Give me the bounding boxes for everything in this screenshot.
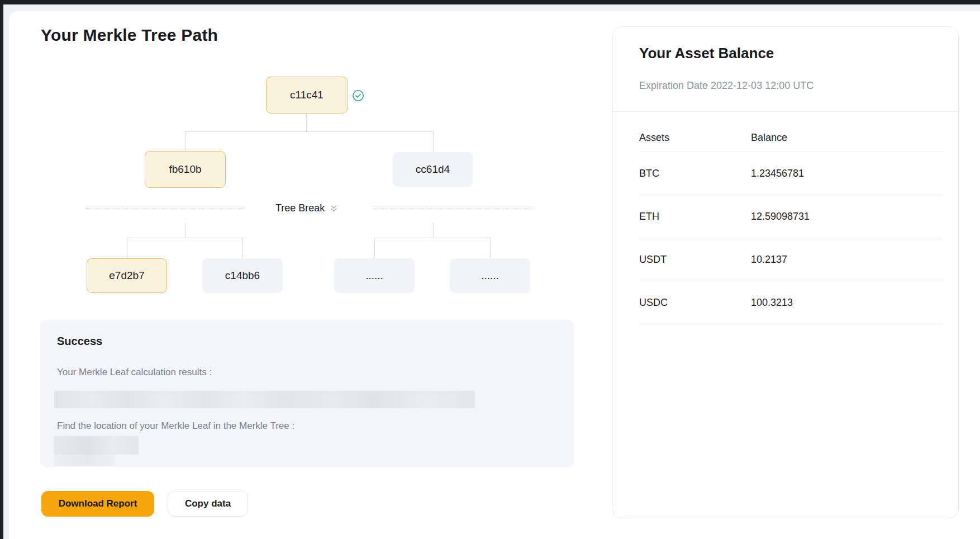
merkle-node-root-label: c11c41 <box>290 89 324 101</box>
merkle-node-level2-right: cc61d4 <box>393 152 473 187</box>
merkle-node-label: fb610b <box>169 163 201 176</box>
connector-line <box>127 238 242 238</box>
tree-break-dotted-line-right <box>374 206 532 209</box>
connector-line <box>127 238 127 258</box>
merkle-node-label: e7d2b7 <box>109 270 144 282</box>
merkle-node-label: cc61d4 <box>416 163 450 176</box>
redacted-leaf-location <box>54 436 139 455</box>
redacted-calculation-hash <box>54 391 475 408</box>
connector-line <box>374 238 375 258</box>
merkle-node-label: ...... <box>481 270 499 282</box>
asset-table-header: Assets Balance <box>639 124 944 152</box>
merkle-node-ellipsis: ...... <box>450 258 530 293</box>
balance-column-header: Balance <box>751 132 944 144</box>
asset-name: USDC <box>639 297 751 309</box>
verified-check-icon <box>352 89 364 102</box>
asset-balance-value: 10.2137 <box>751 254 944 266</box>
connector-line <box>185 131 433 132</box>
asset-table: Assets Balance BTC 1.23456781 ETH 12.590… <box>639 124 944 324</box>
asset-name: ETH <box>639 211 751 223</box>
tree-break-dotted-line-left <box>85 206 244 209</box>
table-row: BTC 1.23456781 <box>639 152 944 195</box>
tree-break: Tree Break <box>275 202 339 214</box>
connector-line <box>433 131 434 152</box>
asset-balance-title: Your Asset Balance <box>639 45 774 62</box>
connector-line <box>185 131 185 151</box>
merkle-node-label: ...... <box>365 270 383 282</box>
connector-line <box>306 114 307 131</box>
asset-name: BTC <box>639 168 751 179</box>
merkle-node-label: c14bb6 <box>225 270 260 282</box>
merkle-node-root: c11c41 <box>266 77 348 114</box>
table-row: USDC 100.3213 <box>639 281 944 324</box>
divider <box>613 111 958 112</box>
merkle-node-ellipsis: ...... <box>334 258 415 293</box>
copy-data-button[interactable]: Copy data <box>168 491 248 517</box>
connector-line <box>242 238 243 258</box>
merkle-node-level2-left: fb610b <box>145 151 226 188</box>
connector-line <box>374 238 490 238</box>
connector-line <box>433 223 434 238</box>
asset-balance-value: 100.3213 <box>751 297 944 309</box>
leaf-location-label: Find the location of your Merkle Leaf in… <box>57 420 294 432</box>
calculation-results-label: Your Merkle Leaf calculation results : <box>57 367 212 378</box>
result-status-title: Success <box>57 335 102 348</box>
table-row: USDT 10.2137 <box>639 238 944 281</box>
page-title: Your Merkle Tree Path <box>41 26 218 45</box>
asset-name: USDT <box>639 254 751 266</box>
tree-break-label: Tree Break <box>275 202 325 214</box>
merkle-node-sibling: c14bb6 <box>202 258 283 293</box>
double-chevron-down-icon[interactable] <box>329 204 339 213</box>
redacted-leaf-location <box>54 455 115 466</box>
connector-line <box>490 238 491 258</box>
asset-balance-value: 12.59098731 <box>751 211 944 223</box>
connector-line <box>185 223 185 238</box>
download-report-button[interactable]: Download Report <box>41 491 154 517</box>
table-row: ETH 12.59098731 <box>639 195 944 238</box>
asset-balance-value: 1.23456781 <box>751 168 944 179</box>
merkle-node-leaf: e7d2b7 <box>87 258 167 293</box>
screen: Your Merkle Tree Path c11c41 fb610b cc61… <box>0 0 980 539</box>
expiration-date: Expiration Date 2022-12-03 12:00 UTC <box>639 80 814 92</box>
assets-column-header: Assets <box>639 132 751 144</box>
